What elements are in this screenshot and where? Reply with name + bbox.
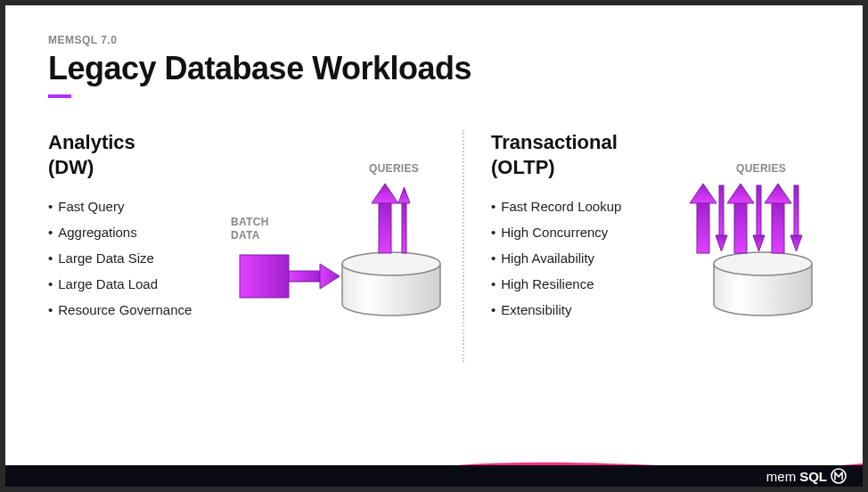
analytics-heading: Analytics (DW) (48, 130, 222, 179)
brand-bold: SQL (799, 469, 827, 484)
footer-wave: memSQL (5, 455, 863, 487)
batch-input-arrow-icon (240, 255, 340, 298)
svg-rect-5 (240, 255, 289, 298)
analytics-heading-line2: (DW) (48, 156, 94, 178)
svg-marker-28 (790, 235, 802, 251)
transactional-bullets: Fast Record Lookup High Concurrency High… (491, 199, 665, 317)
transactional-graphic: QUERIES (665, 130, 861, 437)
queries-label: QUERIES (369, 162, 419, 176)
svg-marker-20 (716, 235, 727, 251)
transactional-info: Transactional (OLTP) Fast Record Lookup … (491, 130, 665, 437)
brand-mark-icon (831, 468, 847, 484)
svg-marker-18 (690, 184, 717, 203)
svg-marker-7 (320, 264, 340, 289)
svg-rect-17 (697, 201, 709, 253)
svg-point-4 (342, 252, 440, 275)
svg-marker-22 (727, 184, 754, 203)
list-item: Fast Query (48, 199, 222, 214)
list-item: High Resilience (491, 276, 665, 291)
transactional-heading-line1: Transactional (491, 131, 618, 153)
analytics-info: Analytics (DW) Fast Query Aggregations L… (48, 130, 222, 437)
transactional-diagram (665, 130, 861, 335)
list-item: Resource Governance (48, 302, 222, 317)
queries-up-arrow-thick-icon (372, 184, 398, 253)
analytics-bullets: Fast Query Aggregations Large Data Size … (48, 199, 222, 317)
svg-rect-10 (402, 201, 406, 253)
column-divider (463, 130, 464, 362)
database-cylinder-icon (714, 252, 812, 316)
brand-logo: memSQL (766, 468, 847, 484)
list-item: Large Data Size (48, 250, 222, 266)
svg-rect-23 (757, 185, 761, 237)
batch-data-label: BATCH DATA (231, 216, 269, 242)
arrow-up-icon (727, 184, 754, 253)
transactional-heading-line2: (OLTP) (491, 156, 555, 178)
arrow-up-icon (765, 184, 791, 253)
arrow-down-icon (790, 185, 802, 251)
list-item: Aggregations (48, 225, 222, 240)
slide: MEMSQL 7.0 Legacy Database Workloads Ana… (5, 5, 863, 487)
list-item: High Concurrency (491, 225, 665, 240)
svg-marker-24 (753, 235, 765, 251)
slide-title: Legacy Database Workloads (48, 50, 820, 87)
database-cylinder-icon (342, 252, 440, 316)
svg-rect-27 (794, 185, 798, 237)
transactional-column: Transactional (OLTP) Fast Record Lookup … (491, 130, 861, 437)
arrow-down-icon (753, 185, 765, 251)
list-item: Fast Record Lookup (491, 199, 665, 214)
svg-marker-11 (398, 187, 410, 203)
queries-label: QUERIES (736, 162, 786, 176)
svg-rect-6 (289, 271, 320, 282)
brand-prefix: mem (766, 469, 796, 484)
arrow-down-icon (716, 185, 727, 251)
slide-header: MEMSQL 7.0 Legacy Database Workloads (5, 5, 863, 98)
arrow-up-icon (690, 184, 717, 253)
footer-bar: memSQL (5, 465, 863, 487)
svg-point-16 (714, 252, 812, 275)
list-item: Extensibility (491, 302, 665, 317)
transactional-heading: Transactional (OLTP) (491, 130, 665, 179)
eyebrow-text: MEMSQL 7.0 (48, 34, 820, 46)
svg-marker-26 (765, 184, 791, 203)
svg-rect-19 (719, 185, 724, 237)
analytics-column: Analytics (DW) Fast Query Aggregations L… (48, 130, 454, 437)
analytics-heading-line1: Analytics (48, 131, 135, 153)
list-item: High Availability (491, 250, 665, 266)
svg-rect-25 (772, 201, 784, 253)
svg-marker-9 (372, 184, 398, 203)
queries-up-arrow-thin-icon (398, 187, 410, 253)
slide-content: Analytics (DW) Fast Query Aggregations L… (5, 98, 863, 455)
svg-rect-8 (379, 201, 391, 253)
list-item: Large Data Load (48, 276, 222, 291)
svg-rect-21 (734, 201, 747, 253)
analytics-graphic: BATCH DATA QUERIES (222, 130, 454, 437)
